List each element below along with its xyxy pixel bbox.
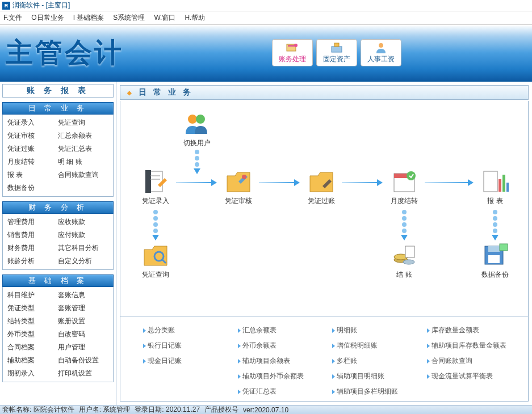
sidebar-item[interactable]: 管理费用	[7, 217, 58, 227]
svg-point-6	[188, 115, 197, 124]
link-item[interactable]: 凭证汇总表	[238, 387, 328, 396]
sidebar-section-base[interactable]: 基 础 档 案	[2, 274, 114, 287]
sidebar-item[interactable]: 结转类型	[7, 316, 58, 326]
menu-base[interactable]: I 基础档案	[73, 13, 104, 23]
sidebar-item[interactable]: 自改密码	[58, 329, 108, 339]
sidebar-item[interactable]: 销售费用	[7, 230, 58, 240]
link-item[interactable]: 增值税明细账	[332, 341, 422, 350]
link-label: 辅助项目多栏明细账	[337, 387, 398, 396]
status-ver: ver:2020.07.10	[243, 406, 288, 414]
sidebar-item[interactable]: 数据备份	[7, 183, 58, 193]
btn-fixed-assets[interactable]: 固定资产	[316, 39, 357, 66]
svg-rect-27	[488, 246, 500, 252]
sidebar-item[interactable]: 科目维护	[7, 290, 58, 300]
sidebar-item[interactable]: 应付账款	[58, 230, 108, 240]
link-item[interactable]: 合同账款查询	[427, 356, 517, 366]
link-empty	[427, 387, 517, 396]
app-icon: R	[2, 2, 10, 10]
svg-rect-3	[332, 47, 342, 52]
sidebar-section-daily[interactable]: 日 常 业 务	[2, 102, 114, 115]
node-switch-user[interactable]: 切换用户	[179, 111, 215, 148]
sidebar-item[interactable]: 自动备份设置	[58, 356, 108, 365]
svg-point-7	[196, 115, 205, 124]
node-review[interactable]: 凭证审核	[220, 169, 257, 206]
node-settle[interactable]: 结 账	[386, 243, 422, 280]
arrow-down-icon	[402, 210, 407, 240]
link-empty	[143, 371, 233, 381]
node-entry[interactable]: 凭证录入	[137, 169, 174, 206]
sidebar-item[interactable]: 套账信息	[58, 290, 108, 300]
link-label: 合同账款查询	[432, 356, 472, 366]
sidebar-item[interactable]: 凭证类型	[7, 303, 58, 313]
sidebar-item[interactable]: 凭证汇总表	[58, 144, 108, 154]
node-post[interactable]: 凭证过账	[303, 169, 340, 206]
link-item[interactable]: 现金日记账	[143, 356, 233, 366]
triangle-icon	[238, 328, 241, 333]
node-close[interactable]: 月度结转	[386, 169, 422, 206]
svg-rect-16	[484, 171, 497, 192]
svg-rect-28	[488, 255, 500, 263]
link-label: 辅助项目余额表	[242, 356, 290, 366]
link-item[interactable]: 辅助项目明细账	[332, 371, 422, 381]
menu-file[interactable]: F.文件	[3, 13, 22, 23]
btn-hr-salary[interactable]: 人事工资	[361, 39, 401, 66]
sidebar-item[interactable]: 凭证录入	[7, 118, 58, 128]
sidebar-item[interactable]: 自定义分析	[58, 256, 108, 266]
link-label: 辅助项目库存数量金额表	[432, 341, 506, 350]
link-item[interactable]: 库存数量金额表	[427, 326, 517, 335]
link-item[interactable]: 辅助项目库存数量金额表	[427, 341, 517, 350]
node-backup[interactable]: 数据备份	[477, 243, 513, 280]
person-icon	[374, 42, 388, 53]
link-label: 外币余额表	[242, 341, 277, 350]
assets-icon	[330, 42, 344, 53]
link-label: 汇总余额表	[242, 326, 277, 335]
folder-check-icon	[225, 169, 252, 194]
banner: 主管会计 账务处理 固定资产 人事工资	[0, 25, 532, 82]
menu-help[interactable]: H.帮助	[185, 13, 205, 23]
sidebar-item[interactable]: 应收账款	[58, 217, 108, 227]
triangle-icon	[332, 344, 335, 348]
sidebar-item[interactable]: 合同档案	[7, 343, 58, 352]
sidebar-item[interactable]: 财务费用	[7, 243, 58, 253]
triangle-icon	[332, 328, 335, 333]
link-item[interactable]: 总分类账	[143, 326, 233, 335]
sidebar-box-finance: 管理费用应收账款销售费用应付账款财务费用其它科目分析账龄分析自定义分析	[2, 214, 114, 270]
sidebar-section-finance[interactable]: 财 务 分 析	[2, 201, 114, 214]
menu-system[interactable]: S系统管理	[113, 13, 145, 23]
sidebar-item[interactable]: 期初录入	[7, 369, 58, 378]
link-item[interactable]: 辅助项目外币余额表	[238, 371, 328, 381]
sidebar-item[interactable]: 其它科目分析	[58, 243, 108, 253]
svg-rect-25	[405, 246, 414, 257]
sidebar-item[interactable]: 外币类型	[7, 329, 58, 339]
menu-daily[interactable]: O日常业务	[31, 13, 64, 23]
node-report[interactable]: 报 表	[477, 169, 513, 206]
link-item[interactable]: 多栏账	[332, 356, 422, 366]
link-label: 库存数量金额表	[432, 326, 479, 335]
sidebar-item[interactable]: 凭证查询	[58, 118, 108, 128]
sidebar-item[interactable]: 用户管理	[58, 343, 108, 352]
sidebar-item[interactable]: 辅助档案	[7, 356, 58, 365]
btn-account-process[interactable]: 账务处理	[272, 39, 313, 66]
link-item[interactable]: 汇总余额表	[238, 326, 328, 335]
link-item[interactable]: 外币余额表	[238, 341, 328, 350]
sidebar-item[interactable]: 报 表	[7, 170, 58, 180]
link-item[interactable]: 明细账	[332, 326, 422, 335]
link-label: 现金流量试算平衡表	[432, 371, 493, 381]
sidebar-item[interactable]: 凭证审核	[7, 131, 58, 141]
node-query[interactable]: 凭证查询	[137, 243, 174, 280]
link-item[interactable]: 现金流量试算平衡表	[427, 371, 517, 381]
link-item[interactable]: 银行日记账	[143, 341, 233, 350]
menu-window[interactable]: W.窗口	[154, 13, 175, 23]
triangle-icon	[427, 374, 430, 379]
sidebar-item[interactable]: 合同账款查询	[58, 170, 108, 180]
sidebar-item[interactable]: 账册设置	[58, 316, 108, 326]
sidebar-item[interactable]: 打印机设置	[58, 369, 108, 378]
sidebar-item[interactable]: 套账管理	[58, 303, 108, 313]
sidebar-item[interactable]: 账龄分析	[7, 256, 58, 266]
sidebar-item[interactable]: 月度结转	[7, 157, 58, 167]
sidebar-item[interactable]: 汇总余额表	[58, 131, 108, 141]
sidebar-item[interactable]: 凭证过账	[7, 144, 58, 154]
link-item[interactable]: 辅助项目余额表	[238, 356, 328, 366]
link-item[interactable]: 辅助项目多栏明细账	[332, 387, 422, 396]
sidebar-item[interactable]: 明 细 账	[58, 157, 108, 167]
